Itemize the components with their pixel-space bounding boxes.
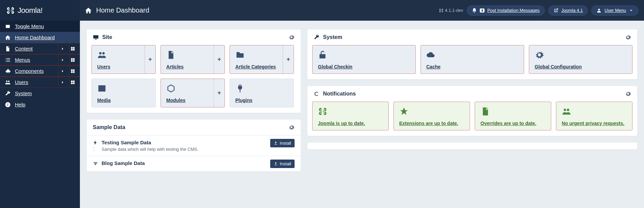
panel-notifications-title: Notifications <box>323 91 356 97</box>
bolt-icon <box>93 140 98 145</box>
gear-icon[interactable] <box>288 34 295 40</box>
chevron-down-icon <box>629 8 634 13</box>
external-link-icon <box>553 8 559 13</box>
header: Joomla! Home Dashboard 4.1.1-dev 4 Post … <box>0 0 644 21</box>
puzzle-icon <box>5 68 11 74</box>
card-articles[interactable]: Articles + <box>160 45 225 74</box>
add-button[interactable]: + <box>283 45 294 74</box>
add-button[interactable]: + <box>214 45 224 74</box>
card-label: Media <box>97 98 150 103</box>
bell-icon <box>472 8 477 13</box>
column-left: Site Users + Articles + Article Categori… <box>87 29 301 171</box>
user-icon <box>596 8 602 13</box>
file-icon <box>166 50 219 62</box>
version-label: 4.1.1-dev <box>439 8 463 13</box>
image-icon <box>97 84 150 96</box>
install-button[interactable]: Install <box>270 160 295 168</box>
panel-system-header: System <box>307 29 637 45</box>
card-label: Joomla is up to date. <box>318 121 383 126</box>
home-icon <box>85 7 92 14</box>
sidebar-item-content[interactable]: Content <box>0 43 80 54</box>
sidebar-toggle[interactable]: Toggle Menu <box>0 21 80 32</box>
sample-item: Testing Sample Data Sample data which wi… <box>87 135 301 156</box>
sidebar-item-label: Components <box>15 68 44 74</box>
card-overrides-are-up-to-date-[interactable]: Overrides are up to date. <box>475 102 551 130</box>
sidebar-item-label: Content <box>15 46 33 51</box>
site-link-button[interactable]: Joomla 4.1 <box>548 5 588 16</box>
users-icon <box>5 79 11 85</box>
sidebar-item-home-dashboard[interactable]: Home Dashboard <box>0 32 80 43</box>
card-modules[interactable]: Modules + <box>160 79 225 107</box>
sidebar-item-components[interactable]: Components <box>0 65 80 77</box>
column-right: System Global Checkin Cache Global Confi… <box>307 29 637 149</box>
sidebar-item-label: Help <box>15 102 25 107</box>
panel-empty <box>307 143 637 149</box>
cloud-icon <box>426 50 518 62</box>
panel-sample-title: Sample Data <box>93 124 125 130</box>
card-joomla-is-up-to-date-[interactable]: Joomla is up to date. <box>312 102 389 130</box>
gear-icon[interactable] <box>625 34 631 40</box>
upload-icon <box>274 162 278 166</box>
brand[interactable]: Joomla! <box>0 0 80 21</box>
refresh-icon <box>314 91 320 97</box>
sidebar-item-users[interactable]: Users <box>0 77 80 88</box>
brand-text: Joomla! <box>18 6 43 15</box>
sample-item: Blog Sample Data Install <box>87 156 301 171</box>
cube-icon <box>166 84 219 96</box>
wifi-icon <box>93 161 98 166</box>
toggle-icon <box>5 23 11 29</box>
install-button[interactable]: Install <box>270 139 295 147</box>
card-media[interactable]: Media <box>91 79 156 107</box>
gear-icon[interactable] <box>288 124 295 130</box>
notifications-card-grid: Joomla is up to date. Extensions are up … <box>312 102 632 130</box>
card-no-urgent-privacy-requests-[interactable]: No urgent privacy requests. <box>556 102 632 130</box>
site-card-grid: Users + Articles + Article Categories + … <box>91 45 296 107</box>
unlock-icon <box>318 50 410 62</box>
filealt-icon <box>480 107 545 119</box>
list-icon <box>5 57 11 63</box>
users-icon <box>97 50 150 62</box>
upload-icon <box>274 141 278 145</box>
panel-site: Site Users + Articles + Article Categori… <box>87 29 301 113</box>
sidebar: Toggle Menu Home Dashboard Content Menus… <box>0 21 80 208</box>
card-label: Overrides are up to date. <box>480 121 545 126</box>
sidebar-item-help[interactable]: Help <box>0 99 80 110</box>
panel-site-header: Site <box>87 29 301 45</box>
cog-icon <box>535 50 627 62</box>
panel-system: System Global Checkin Cache Global Confi… <box>307 29 637 79</box>
card-plugins[interactable]: Plugins <box>230 79 294 107</box>
header-right: 4.1.1-dev 4 Post Installation Messages J… <box>439 5 644 16</box>
site-link-label: Joomla 4.1 <box>561 8 583 13</box>
wrench-icon <box>5 90 11 97</box>
panel-sample-data: Sample Data Testing Sample Data Sample d… <box>87 120 301 171</box>
card-global-configuration[interactable]: Global Configuration <box>529 45 632 74</box>
sidebar-item-label: Users <box>15 79 28 85</box>
card-extensions-are-up-to-date-[interactable]: Extensions are up to date. <box>393 102 470 130</box>
user-menu-label: User Menu <box>604 8 626 13</box>
card-global-checkin[interactable]: Global Checkin <box>312 45 416 74</box>
add-button[interactable]: + <box>214 79 224 107</box>
panel-notifications: Notifications Joomla is up to date. Exte… <box>307 86 637 136</box>
page-title-area: Home Dashboard <box>80 6 149 14</box>
add-button[interactable]: + <box>145 45 155 74</box>
post-install-messages-button[interactable]: 4 Post Installation Messages <box>467 5 545 16</box>
sample-item-title: Testing Sample Data <box>102 140 151 145</box>
card-label: Articles <box>166 64 219 69</box>
user-menu-button[interactable]: User Menu <box>591 5 639 16</box>
sidebar-item-label: System <box>15 90 32 96</box>
sidebar-item-menus[interactable]: Menus <box>0 54 80 65</box>
card-users[interactable]: Users + <box>91 45 156 74</box>
wrench-icon <box>314 34 320 40</box>
card-label: No urgent privacy requests. <box>562 121 627 126</box>
sidebar-item-label: Menus <box>15 57 30 63</box>
joomla-icon <box>318 107 383 119</box>
file-icon <box>5 46 11 52</box>
sidebar-item-system[interactable]: System <box>0 88 80 99</box>
gear-icon[interactable] <box>625 91 631 97</box>
card-label: Global Configuration <box>535 64 627 69</box>
card-article-categories[interactable]: Article Categories + <box>230 45 294 74</box>
card-cache[interactable]: Cache <box>421 45 524 74</box>
plug-icon <box>235 84 288 96</box>
card-label: Plugins <box>235 98 288 103</box>
home-icon <box>5 35 11 41</box>
